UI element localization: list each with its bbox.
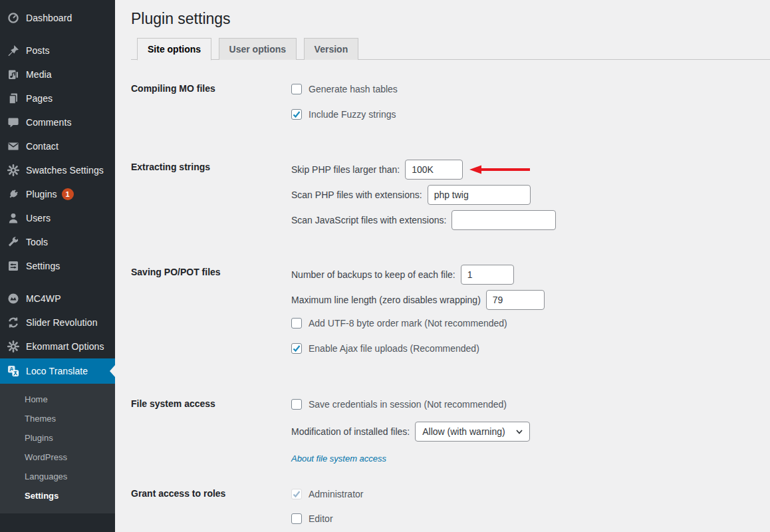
ajax-uploads-checkbox[interactable] — [291, 343, 302, 354]
sidebar-item-posts[interactable]: Posts — [0, 39, 115, 63]
generate-hash-checkbox[interactable] — [291, 84, 302, 94]
sidebar-item-tools[interactable]: Tools — [0, 230, 115, 254]
submenu-item-plugins[interactable]: Plugins — [0, 428, 115, 448]
sidebar-item-label: Posts — [26, 45, 50, 56]
section-label: Extracting strings — [131, 160, 291, 235]
sidebar-item-media[interactable]: Media — [0, 63, 115, 86]
sidebar-item-dashboard[interactable]: Dashboard — [0, 6, 115, 30]
sidebar-item-settings[interactable]: Settings — [0, 254, 115, 278]
backups-row: Number of backups to keep of each file: — [291, 265, 757, 285]
tab-site-options[interactable]: Site options — [137, 38, 211, 61]
sidebar-item-pages[interactable]: Pages — [0, 86, 115, 110]
section-label: Saving PO/POT files — [131, 265, 291, 366]
sidebar-item-label: Slider Revolution — [26, 317, 98, 328]
gear-icon — [7, 164, 20, 177]
scan-js-input[interactable] — [451, 210, 556, 230]
submenu-item-home[interactable]: Home — [0, 390, 115, 409]
sidebar-item-label: Loco Translate — [26, 366, 88, 376]
sidebar-item-comments[interactable]: Comments — [0, 110, 115, 134]
selected-option: Allow (with warning) — [422, 426, 505, 437]
field-label: Scan JavaScript files with extensions: — [291, 215, 446, 225]
administrator-checkbox — [291, 489, 302, 499]
settings-form: Compiling MO files Generate hash tables … — [131, 60, 757, 532]
administrator-row: Administrator — [291, 486, 757, 502]
tab-user-options[interactable]: User options — [219, 38, 297, 60]
update-count-badge: 1 — [62, 188, 74, 200]
section-grant-access-roles: Grant access to roles Administrator Edit… — [131, 486, 757, 532]
sidebar-item-label: Swatches Settings — [26, 165, 104, 176]
main-content: Plugin settings Site options User option… — [115, 0, 770, 532]
skip-php-row: Skip PHP files larger than: — [291, 160, 757, 180]
backups-input[interactable] — [461, 265, 514, 285]
red-annotation-arrow-icon — [468, 164, 531, 175]
checkbox-label: Generate hash tables — [309, 84, 398, 94]
sidebar-item-label: Settings — [26, 261, 60, 271]
utf8-bom-row: Add UTF-8 byte order mark (Not recommend… — [291, 315, 757, 331]
sidebar-item-contact[interactable]: Contact — [0, 134, 115, 158]
mc4wp-icon — [7, 292, 20, 305]
sidebar-item-swatches-settings[interactable]: Swatches Settings — [0, 158, 115, 182]
scan-php-input[interactable] — [428, 185, 531, 205]
checkbox-label: Add UTF-8 byte order mark (Not recommend… — [309, 318, 507, 329]
checkbox-label: Administrator — [309, 489, 363, 499]
include-fuzzy-checkbox[interactable] — [291, 109, 302, 120]
sidebar-item-label: Contact — [26, 141, 59, 152]
wrench-icon — [7, 235, 20, 249]
sidebar-item-loco-translate[interactable]: A Loco Translate — [0, 358, 115, 384]
submenu-item-settings[interactable]: Settings — [0, 486, 115, 505]
sidebar-item-mc4wp[interactable]: MC4WP — [0, 287, 115, 311]
envelope-icon — [7, 140, 20, 153]
admin-sidebar: Dashboard Posts Media Pages Comment — [0, 0, 115, 532]
sidebar-item-label: Plugins — [26, 189, 57, 200]
loco-translate-submenu: Home Themes Plugins WordPress Languages … — [0, 384, 115, 513]
checkbox-label: Save credentials in session (Not recomme… — [309, 399, 507, 410]
submenu-item-languages[interactable]: Languages — [0, 467, 115, 486]
scan-js-row: Scan JavaScript files with extensions: — [291, 210, 757, 230]
line-length-input[interactable] — [486, 290, 545, 310]
section-label: File system access — [131, 396, 291, 464]
sidebar-item-label: MC4WP — [26, 293, 61, 304]
about-file-system-access-link[interactable]: About file system access — [291, 454, 386, 464]
generate-hash-row: Generate hash tables — [291, 81, 757, 97]
sidebar-item-label: Pages — [26, 93, 53, 104]
save-credentials-checkbox[interactable] — [291, 399, 302, 410]
line-length-row: Maximum line length (zero disables wrapp… — [291, 290, 757, 310]
submenu-item-themes[interactable]: Themes — [0, 409, 115, 428]
modification-select[interactable]: Allow (with warning) — [415, 422, 530, 442]
utf8-bom-checkbox[interactable] — [291, 318, 302, 329]
tab-bar: Site options User options Version — [131, 37, 770, 60]
menu-separator — [0, 278, 115, 287]
field-label: Skip PHP files larger than: — [291, 164, 400, 175]
sidebar-item-label: Dashboard — [26, 13, 72, 23]
pin-icon — [7, 44, 20, 57]
checkbox-label: Include Fuzzy strings — [309, 109, 396, 120]
sidebar-item-label: Comments — [26, 117, 71, 128]
sidebar-item-users[interactable]: Users — [0, 206, 115, 230]
page-title: Plugin settings — [131, 0, 757, 33]
editor-row: Editor — [291, 511, 757, 527]
plug-icon — [7, 188, 20, 201]
pages-icon — [7, 92, 20, 105]
submenu-item-wordpress[interactable]: WordPress — [0, 448, 115, 467]
section-compiling-mo: Compiling MO files Generate hash tables … — [131, 81, 757, 132]
ajax-uploads-row: Enable Ajax file uploads (Recommended) — [291, 340, 757, 356]
sidebar-item-plugins[interactable]: Plugins 1 — [0, 182, 115, 206]
include-fuzzy-row: Include Fuzzy strings — [291, 106, 757, 122]
editor-checkbox[interactable] — [291, 513, 302, 524]
field-label: Scan PHP files with extensions: — [291, 190, 422, 200]
checkbox-label: Editor — [309, 513, 333, 524]
menu-separator — [0, 30, 115, 39]
sidebar-item-ekommart-options[interactable]: Ekommart Options — [0, 334, 115, 358]
sidebar-item-label: Tools — [26, 237, 48, 247]
field-label: Number of backups to keep of each file: — [291, 269, 455, 280]
sidebar-item-slider-revolution[interactable]: Slider Revolution — [0, 311, 115, 334]
section-label: Compiling MO files — [131, 81, 291, 132]
section-saving-po-pot: Saving PO/POT files Number of backups to… — [131, 265, 757, 366]
skip-php-input[interactable] — [405, 160, 463, 180]
chevron-down-icon — [515, 427, 524, 436]
sidebar-item-label: Ekommart Options — [26, 341, 104, 352]
tab-version[interactable]: Version — [304, 38, 359, 60]
scan-php-row: Scan PHP files with extensions: — [291, 185, 757, 205]
user-icon — [7, 211, 20, 225]
translate-icon: A — [7, 364, 20, 378]
